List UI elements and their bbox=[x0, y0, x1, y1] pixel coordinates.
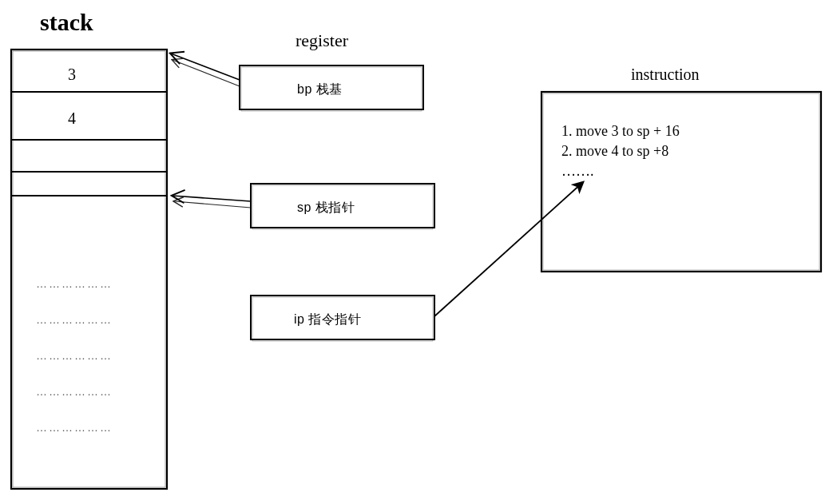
stack-dots-2: ……………… bbox=[36, 349, 113, 362]
svg-line-15 bbox=[173, 60, 240, 86]
sp-register-label: sp 栈指针 bbox=[297, 200, 355, 214]
instruction-line-3: ……. bbox=[561, 163, 594, 179]
stack-title: stack bbox=[40, 9, 93, 35]
stack-dots-3: ……………… bbox=[36, 385, 113, 398]
svg-rect-12 bbox=[541, 92, 821, 272]
ip-register-box: ip 指令指针 bbox=[251, 296, 434, 341]
stack-cell-0: 3 bbox=[68, 65, 76, 83]
stack-dots-4: ……………… bbox=[36, 421, 113, 434]
instruction-box: 1. move 3 to sp + 16 2. move 4 to sp +8 … bbox=[541, 92, 821, 272]
register-title: register bbox=[296, 30, 349, 50]
ip-register-label: ip 指令指针 bbox=[294, 312, 361, 326]
sp-register-box: sp 栈指针 bbox=[251, 184, 434, 229]
svg-line-18 bbox=[434, 182, 583, 316]
bp-register-box: bp 栈基 bbox=[240, 65, 423, 111]
instruction-title: instruction bbox=[631, 65, 700, 83]
svg-rect-13 bbox=[543, 93, 819, 270]
stack-dots-0: ……………… bbox=[36, 277, 113, 290]
stack-dots-1: ……………… bbox=[36, 313, 113, 326]
bp-register-label: bp 栈基 bbox=[297, 82, 343, 96]
instruction-line-1: 1. move 3 to sp + 16 bbox=[561, 123, 680, 139]
instruction-line-2: 2. move 4 to sp +8 bbox=[561, 143, 668, 159]
svg-line-14 bbox=[171, 54, 240, 80]
svg-line-16 bbox=[173, 196, 251, 201]
ip-arrow bbox=[434, 182, 583, 316]
svg-line-17 bbox=[174, 201, 251, 208]
stack-cell-1: 4 bbox=[68, 109, 76, 127]
bp-arrow bbox=[171, 54, 240, 86]
sp-arrow bbox=[173, 196, 251, 208]
